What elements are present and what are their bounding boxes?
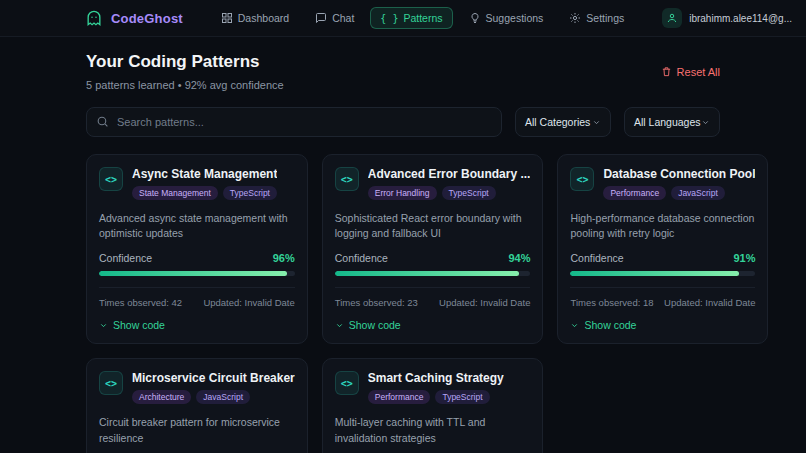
language-tag: TypeScript: [223, 186, 277, 200]
category-tag: Performance: [603, 186, 666, 200]
pattern-title: Smart Caching Strategy: [368, 371, 504, 385]
pattern-description: Sophisticated React error boundary with …: [335, 211, 531, 241]
avatar: [662, 8, 682, 28]
confidence-value: 91%: [733, 252, 755, 264]
nav-label: Suggestions: [486, 12, 544, 24]
chevron-down-icon: [592, 118, 601, 127]
reset-all-button[interactable]: Reset All: [661, 66, 720, 78]
show-code-label: Show code: [349, 319, 401, 331]
pattern-description: Advanced async state management with opt…: [99, 211, 295, 241]
confidence-label: Confidence: [335, 252, 388, 264]
confidence-progressbar: [570, 271, 755, 276]
pattern-card: <> Async State Management State Manageme…: [86, 154, 308, 344]
pattern-card: <> Smart Caching Strategy Performance Ty…: [322, 358, 544, 453]
nav-label: Patterns: [403, 12, 442, 24]
category-tag: State Management: [132, 186, 218, 200]
languages-value: All Languages: [634, 116, 701, 128]
nav-item-suggestions[interactable]: Suggestions: [459, 7, 554, 29]
updated-date: Updated: Invalid Date: [439, 297, 530, 308]
language-tag: TypeScript: [435, 390, 489, 404]
nav-item-chat[interactable]: Chat: [305, 7, 364, 29]
nav-item-patterns[interactable]: { } Patterns: [370, 7, 452, 29]
ghost-logo-icon: [84, 8, 104, 28]
brand-name: CodeGhost: [111, 11, 183, 26]
show-code-label: Show code: [584, 319, 636, 331]
pattern-description: Circuit breaker pattern for microservice…: [99, 415, 295, 445]
chevron-down-icon: [335, 321, 344, 330]
lightbulb-icon: [469, 12, 481, 24]
language-tag: TypeScript: [442, 186, 496, 200]
times-observed: Times observed: 23: [335, 297, 418, 308]
page-title: Your Coding Patterns: [86, 52, 284, 72]
times-observed: Times observed: 42: [99, 297, 182, 308]
confidence-label: Confidence: [570, 252, 623, 264]
user-email: ibrahimm.alee114@g...: [689, 13, 792, 24]
language-tag: JavaScript: [196, 390, 250, 404]
chevron-down-icon: [99, 321, 108, 330]
category-tag: Error Handling: [368, 186, 437, 200]
gear-icon: [569, 12, 581, 24]
show-code-label: Show code: [113, 319, 165, 331]
confidence-value: 96%: [273, 252, 295, 264]
pattern-card: <> Microservice Circuit Breaker Architec…: [86, 358, 308, 453]
patterns-icon: { }: [380, 13, 398, 24]
confidence-value: 94%: [508, 252, 530, 264]
nav-label: Settings: [586, 12, 624, 24]
confidence-label: Confidence: [99, 252, 152, 264]
pattern-title: Microservice Circuit Breaker: [132, 371, 295, 385]
main-nav: Dashboard Chat { } Patterns: [211, 7, 634, 29]
dashboard-icon: [221, 12, 233, 24]
times-observed: Times observed: 18: [570, 297, 653, 308]
code-icon: <>: [335, 167, 359, 191]
chat-icon: [315, 12, 327, 24]
pattern-description: High-performance database connection poo…: [570, 211, 755, 241]
categories-value: All Categories: [525, 116, 590, 128]
categories-select[interactable]: All Categories: [515, 107, 611, 137]
pattern-description: Multi-layer caching with TTL and invalid…: [335, 415, 531, 445]
pattern-card: <> Database Connection Pool Performance …: [557, 154, 768, 344]
nav-label: Chat: [332, 12, 354, 24]
code-icon: <>: [99, 371, 123, 395]
page-subtitle: 5 patterns learned • 92% avg confidence: [86, 79, 284, 91]
chevron-down-icon: [701, 118, 710, 127]
updated-date: Updated: Invalid Date: [664, 297, 755, 308]
code-icon: <>: [570, 167, 594, 191]
confidence-progressbar: [335, 271, 531, 276]
chevron-down-icon: [570, 321, 579, 330]
reset-all-label: Reset All: [677, 66, 720, 78]
brand[interactable]: CodeGhost: [84, 8, 183, 28]
confidence-progressbar: [99, 271, 295, 276]
category-tag: Architecture: [132, 390, 191, 404]
pattern-title: Async State Management: [132, 167, 277, 181]
patterns-grid: <> Async State Management State Manageme…: [86, 154, 720, 453]
filter-bar: All Categories All Languages: [86, 107, 720, 137]
pattern-card: <> Advanced Error Boundary ... Error Han…: [322, 154, 544, 344]
category-tag: Performance: [368, 390, 431, 404]
pattern-title: Advanced Error Boundary ...: [368, 167, 531, 181]
search-icon: [96, 115, 109, 128]
pattern-title: Database Connection Pool: [603, 167, 755, 181]
search-input[interactable]: [86, 107, 502, 137]
updated-date: Updated: Invalid Date: [203, 297, 294, 308]
code-icon: <>: [335, 371, 359, 395]
trash-icon: [661, 66, 672, 77]
nav-label: Dashboard: [238, 12, 289, 24]
user-menu[interactable]: ibrahimm.alee114@g...: [662, 8, 792, 28]
language-tag: JavaScript: [671, 186, 725, 200]
show-code-button[interactable]: Show code: [335, 319, 401, 331]
top-navbar: CodeGhost Dashboard Chat: [0, 0, 806, 37]
nav-item-dashboard[interactable]: Dashboard: [211, 7, 299, 29]
languages-select[interactable]: All Languages: [624, 107, 720, 137]
main-content: Your Coding Patterns 5 patterns learned …: [86, 52, 720, 453]
show-code-button[interactable]: Show code: [99, 319, 165, 331]
nav-item-settings[interactable]: Settings: [559, 7, 634, 29]
code-icon: <>: [99, 167, 123, 191]
show-code-button[interactable]: Show code: [570, 319, 636, 331]
